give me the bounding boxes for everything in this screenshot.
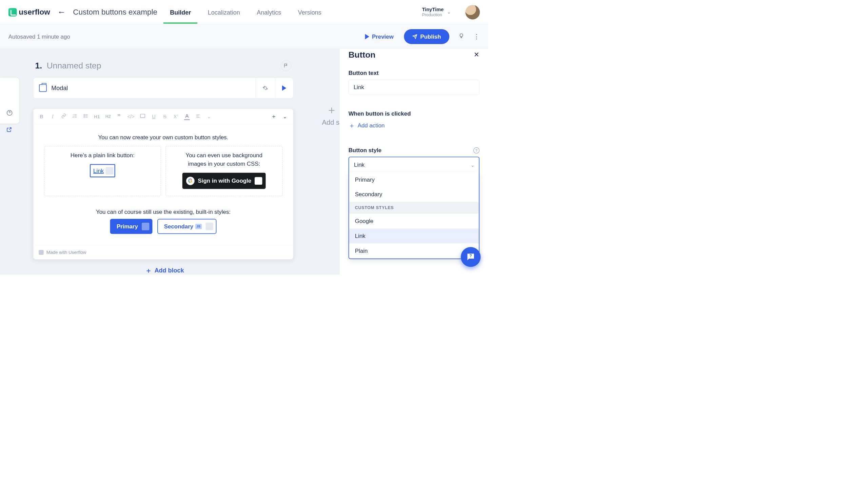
tab-builder[interactable]: Builder xyxy=(169,1,192,24)
editor-column-1[interactable]: Here's a plain link button: Link xyxy=(44,146,161,196)
style-option-link[interactable]: Link xyxy=(349,228,479,243)
step-name[interactable]: Unnamed step xyxy=(47,61,101,70)
svg-rect-4 xyxy=(140,114,145,118)
block-settings-button[interactable] xyxy=(255,78,275,98)
step-card: 1. Unnamed step Modal xyxy=(33,57,293,260)
secondary-button-example[interactable]: Secondary JS xyxy=(157,219,216,234)
content-editor: B I H1 H2 ❞ </> U S X1 A ⌄ xyxy=(33,109,293,260)
when-clicked-label: When button is clicked xyxy=(349,110,479,117)
editor-text: You can even use background xyxy=(171,151,277,160)
more-menu-icon[interactable]: ⋮ xyxy=(473,33,480,40)
logo-icon xyxy=(8,8,17,16)
workspace-name: TinyTime xyxy=(422,7,444,13)
tab-analytics[interactable]: Analytics xyxy=(256,1,282,24)
toolbar-more-icon[interactable]: ⌄ xyxy=(206,114,212,119)
send-icon xyxy=(412,34,417,39)
svg-point-3 xyxy=(84,117,84,118)
button-style-select[interactable]: ⌄ Primary Secondary CUSTOM STYLES Google… xyxy=(349,157,479,259)
external-link-icon[interactable] xyxy=(6,127,12,134)
block-type-row: Modal xyxy=(33,78,293,99)
autosave-status: Autosaved 1 minute ago xyxy=(8,33,70,40)
image-icon[interactable] xyxy=(140,114,145,119)
text-color-icon[interactable]: A xyxy=(184,113,190,120)
chat-fab[interactable]: ? xyxy=(461,247,481,267)
style-option-secondary[interactable]: Secondary xyxy=(349,187,479,202)
bold-icon[interactable]: B xyxy=(39,114,44,119)
block-type-label[interactable]: Modal xyxy=(51,84,68,92)
editor-text: images in your custom CSS: xyxy=(171,160,277,168)
align-icon[interactable] xyxy=(195,114,201,119)
link-icon[interactable] xyxy=(61,114,66,120)
editor-column-2[interactable]: You can even use background images in yo… xyxy=(165,146,282,196)
js-badge: JS xyxy=(195,224,202,229)
logo[interactable]: userflow xyxy=(8,8,50,16)
h1-icon[interactable]: H1 xyxy=(94,114,100,119)
handle-icon[interactable] xyxy=(255,177,262,185)
underline-icon[interactable]: U xyxy=(151,114,157,119)
block-preview-button[interactable] xyxy=(275,85,293,91)
workspace-switcher[interactable]: TinyTime Production ⌄ xyxy=(422,7,451,18)
properties-panel: Button ✕ Button text When button is clic… xyxy=(339,49,488,274)
add-step-button[interactable]: ＋ Add st xyxy=(322,103,339,127)
plus-icon: ＋ xyxy=(145,266,152,274)
chevron-down-icon: ⌄ xyxy=(447,9,451,15)
insert-caret-icon[interactable]: ⌄ xyxy=(282,114,288,119)
ordered-list-icon[interactable] xyxy=(72,114,78,120)
handle-icon[interactable] xyxy=(142,223,150,230)
lightbulb-icon[interactable] xyxy=(458,33,464,41)
panel-title: Button xyxy=(349,50,479,59)
tab-versions[interactable]: Versions xyxy=(297,1,322,24)
play-icon xyxy=(282,85,286,91)
sub-bar: Autosaved 1 minute ago Preview Publish ⋮ xyxy=(0,24,488,49)
code-icon[interactable]: </> xyxy=(127,114,135,119)
button-text-input[interactable] xyxy=(349,80,479,95)
goal-flag-icon[interactable] xyxy=(281,60,292,71)
back-arrow-icon[interactable]: ← xyxy=(57,7,66,17)
handle-icon[interactable] xyxy=(205,223,213,230)
step-number: 1. xyxy=(35,61,42,70)
preview-button[interactable]: Preview xyxy=(365,33,394,40)
style-option-plain[interactable]: Plain xyxy=(349,243,479,258)
button-style-input[interactable] xyxy=(349,157,479,172)
button-style-dropdown: Primary Secondary CUSTOM STYLES Google L… xyxy=(349,172,479,259)
top-nav: userflow ← Custom buttons example Builde… xyxy=(0,0,488,24)
h2-icon[interactable]: H2 xyxy=(105,114,111,119)
logo-text: userflow xyxy=(19,8,50,16)
handle-icon[interactable] xyxy=(106,167,114,175)
strike-icon[interactable]: S xyxy=(162,114,168,119)
primary-button-example[interactable]: Primary xyxy=(110,219,153,234)
editor-text: Here's a plain link button: xyxy=(50,151,155,160)
style-option-google[interactable]: Google xyxy=(349,214,479,229)
editor-toolbar: B I H1 H2 ❞ </> U S X1 A ⌄ xyxy=(33,109,293,124)
editor-text: You can now create your own custom butto… xyxy=(44,133,282,141)
add-action-button[interactable]: ＋ Add action xyxy=(349,121,479,130)
style-custom-header: CUSTOM STYLES xyxy=(349,202,479,214)
avatar[interactable] xyxy=(466,5,480,19)
google-icon xyxy=(186,177,195,185)
help-icon[interactable] xyxy=(6,110,13,117)
svg-point-1 xyxy=(84,114,84,115)
link-button-example[interactable]: Link xyxy=(90,164,115,177)
made-with-badge[interactable]: Made with Userflow xyxy=(33,245,293,259)
userflow-mini-icon xyxy=(39,250,44,255)
button-style-label: Button style xyxy=(349,147,382,154)
italic-icon[interactable]: I xyxy=(50,114,56,120)
tab-localization[interactable]: Localization xyxy=(207,1,241,24)
add-block-button[interactable]: ＋ Add block xyxy=(145,266,184,274)
insert-plus-icon[interactable]: ＋ xyxy=(271,113,277,120)
page-title: Custom buttons example xyxy=(73,8,157,16)
modal-icon xyxy=(39,84,47,92)
superscript-icon[interactable]: X1 xyxy=(173,114,179,119)
button-text-label: Button text xyxy=(349,70,479,76)
editor-body[interactable]: You can now create your own custom butto… xyxy=(33,124,293,245)
style-option-primary[interactable]: Primary xyxy=(349,172,479,187)
close-panel-icon[interactable]: ✕ xyxy=(474,51,479,59)
publish-button[interactable]: Publish xyxy=(404,29,449,44)
google-button-example[interactable]: Sign in with Google xyxy=(182,173,265,189)
quote-icon[interactable]: ❞ xyxy=(116,113,122,121)
svg-point-2 xyxy=(84,116,84,116)
unordered-list-icon[interactable] xyxy=(83,114,89,120)
chat-icon: ? xyxy=(466,252,476,262)
canvas: 1. Unnamed step Modal xyxy=(0,49,339,274)
help-icon[interactable]: ? xyxy=(473,147,479,154)
